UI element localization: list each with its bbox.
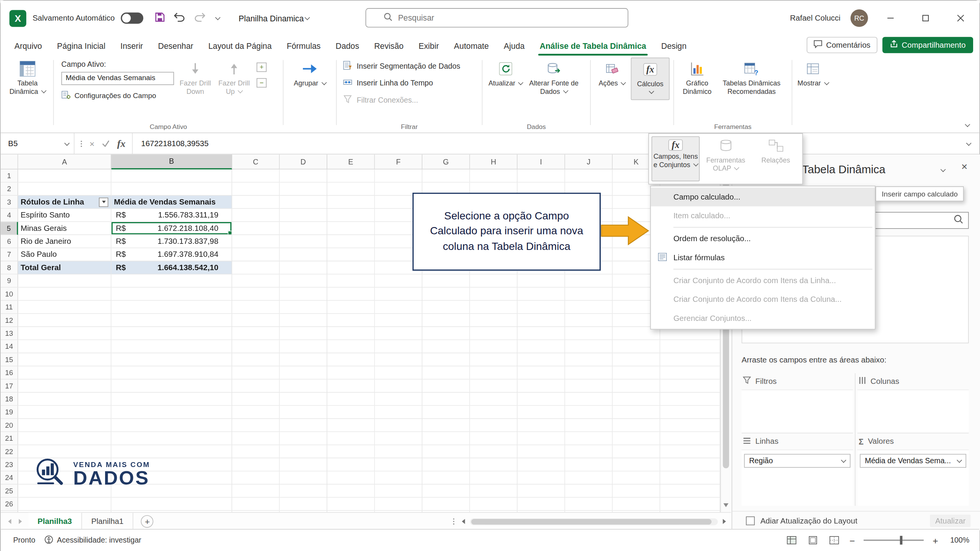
row-header-23[interactable]: 23 <box>1 458 18 471</box>
sheet-tab-planilha3[interactable]: Planilha3 <box>28 512 82 531</box>
accessibility-status[interactable]: Acessibilidade: investigar <box>44 535 141 546</box>
cell-G21[interactable] <box>422 432 470 445</box>
cell-D2[interactable] <box>280 182 327 195</box>
cell-I14[interactable] <box>517 340 565 353</box>
tab-arquivo[interactable]: Arquivo <box>7 35 50 55</box>
cell-J15[interactable] <box>565 353 613 366</box>
zoom-slider[interactable] <box>864 536 924 545</box>
tab-pagina-inicial[interactable]: Página Inicial <box>50 35 113 55</box>
cell-B21[interactable] <box>112 432 232 445</box>
cell-E9[interactable] <box>327 274 375 287</box>
cell-C2[interactable] <box>232 182 280 195</box>
name-box[interactable]: B5 <box>1 133 74 154</box>
cell-G14[interactable] <box>422 340 470 353</box>
menu-item-listar-formulas[interactable]: Listar fórmulas <box>651 248 875 267</box>
cell-E7[interactable] <box>327 248 375 261</box>
zoom-slider-thumb[interactable] <box>900 536 903 545</box>
cell-I24[interactable] <box>517 472 565 485</box>
cell-C10[interactable] <box>232 288 280 301</box>
cell-J10[interactable] <box>565 288 613 301</box>
cell-E26[interactable] <box>327 498 375 511</box>
qat-customize-icon[interactable] <box>215 15 221 20</box>
cell-E17[interactable] <box>327 380 375 393</box>
cell-I10[interactable] <box>517 288 565 301</box>
excel-app-icon[interactable]: X <box>10 10 26 26</box>
tab-revisao[interactable]: Revisão <box>367 35 411 55</box>
cell-D5[interactable] <box>280 222 327 235</box>
cell-H25[interactable] <box>470 485 518 498</box>
cell-E11[interactable] <box>327 301 375 314</box>
fields-items-sets-button[interactable]: fx Campos, Itens e Conjuntos <box>652 136 700 181</box>
change-data-source-button[interactable]: Alterar Fonte de Dados <box>526 58 581 99</box>
cell-K24[interactable] <box>613 472 660 485</box>
cell-J25[interactable] <box>565 485 613 498</box>
user-name[interactable]: Rafael Colucci <box>790 14 841 23</box>
column-header-G[interactable]: G <box>422 155 470 169</box>
undo-icon[interactable] <box>174 13 185 24</box>
cell-H10[interactable] <box>470 288 518 301</box>
cell-H16[interactable] <box>470 366 518 379</box>
cell-I21[interactable] <box>517 432 565 445</box>
cell-D17[interactable] <box>280 380 327 393</box>
cell-F10[interactable] <box>375 288 423 301</box>
cell-D22[interactable] <box>280 445 327 458</box>
pane-options-icon[interactable] <box>940 167 946 172</box>
cell-E5[interactable] <box>327 222 375 235</box>
cell-B17[interactable] <box>112 380 232 393</box>
pivot-table-button[interactable]: Tabela Dinâmica <box>4 58 50 99</box>
cell-F17[interactable] <box>375 380 423 393</box>
row-header-16[interactable]: 16 <box>1 366 18 379</box>
cell-I17[interactable] <box>517 380 565 393</box>
cell-B7[interactable]: R$1.697.378.910,84 <box>112 248 232 261</box>
cell-B10[interactable] <box>112 288 232 301</box>
cell-J26[interactable] <box>565 498 613 511</box>
redo-icon[interactable] <box>194 13 205 24</box>
cell-L25[interactable] <box>660 485 720 498</box>
cell-A18[interactable] <box>18 393 112 406</box>
cancel-formula-icon[interactable]: × <box>89 139 94 148</box>
cell-E10[interactable] <box>327 288 375 301</box>
cell-A12[interactable] <box>18 314 112 327</box>
cell-F16[interactable] <box>375 366 423 379</box>
cell-H14[interactable] <box>470 340 518 353</box>
cell-C14[interactable] <box>232 340 280 353</box>
cell-B13[interactable] <box>112 327 232 340</box>
cell-F20[interactable] <box>375 419 423 432</box>
cell-A4[interactable]: Espírito Santo <box>18 209 112 222</box>
cell-B11[interactable] <box>112 301 232 314</box>
menu-item-gerenciar-conjuntos[interactable]: Gerenciar Conjuntos... <box>651 309 875 327</box>
cell-B16[interactable] <box>112 366 232 379</box>
row-header-1[interactable]: 1 <box>1 169 18 182</box>
cell-C23[interactable] <box>232 458 280 471</box>
cell-D7[interactable] <box>280 248 327 261</box>
cell-A19[interactable] <box>18 406 112 419</box>
row-header-14[interactable]: 14 <box>1 340 18 353</box>
cell-A1[interactable] <box>18 169 112 182</box>
cell-H17[interactable] <box>470 380 518 393</box>
cell-I22[interactable] <box>517 445 565 458</box>
filters-drop-area[interactable] <box>742 390 853 433</box>
column-header-A[interactable]: A <box>18 155 112 169</box>
cell-J1[interactable] <box>565 169 613 182</box>
calculos-button[interactable]: fx Cálculos <box>631 58 670 100</box>
cell-A7[interactable]: São Paulo <box>18 248 112 261</box>
cell-G19[interactable] <box>422 406 470 419</box>
close-button[interactable] <box>948 6 973 31</box>
cell-L23[interactable] <box>660 458 720 471</box>
comments-button[interactable]: Comentários <box>807 37 877 53</box>
cell-D14[interactable] <box>280 340 327 353</box>
page-break-view-icon[interactable] <box>828 535 841 546</box>
cell-D19[interactable] <box>280 406 327 419</box>
cell-E18[interactable] <box>327 393 375 406</box>
cell-C24[interactable] <box>232 472 280 485</box>
cell-A26[interactable] <box>18 498 112 511</box>
cell-E16[interactable] <box>327 366 375 379</box>
column-header-I[interactable]: I <box>517 155 565 169</box>
cell-H9[interactable] <box>470 274 518 287</box>
cell-L22[interactable] <box>660 445 720 458</box>
row-header-17[interactable]: 17 <box>1 380 18 393</box>
cell-H1[interactable] <box>470 169 518 182</box>
row-header-12[interactable]: 12 <box>1 314 18 327</box>
cell-G18[interactable] <box>422 393 470 406</box>
menu-item-criar-conjunto-coluna[interactable]: Criar Conjunto de Acordo com Itens da Co… <box>651 290 875 309</box>
